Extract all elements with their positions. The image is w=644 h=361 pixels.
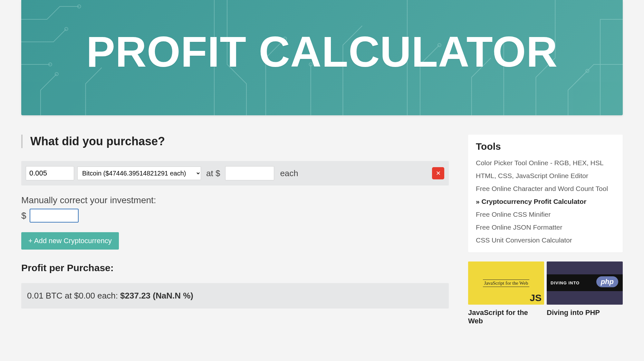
tools-title: Tools [476, 141, 615, 152]
profit-prefix: 0.01 BTC at $0.00 each: [27, 291, 120, 300]
manual-correct-label: Manually correct your investment: [21, 195, 449, 205]
each-label: each [280, 168, 298, 178]
tools-item-active[interactable]: » Cryptocurrency Profit Calculator [476, 195, 615, 208]
card-php-stripe-text: DIVING INTO [551, 280, 580, 285]
price-input[interactable] [225, 166, 274, 180]
card-php-title: Diving into PHP [547, 309, 623, 317]
sidebar: Tools Color Picker Tool Online - RGB, HE… [468, 135, 623, 325]
course-cards: JavaScript for the Web JS JavaScript for… [468, 261, 623, 325]
tools-item[interactable]: Color Picker Tool Online - RGB, HEX, HSL [476, 157, 615, 169]
card-js[interactable]: JavaScript for the Web JS JavaScript for… [468, 261, 544, 325]
card-js-title: JavaScript for the Web [468, 309, 544, 325]
card-php[interactable]: DIVING INTO php Diving into PHP [547, 261, 623, 325]
tools-list: Color Picker Tool Online - RGB, HEX, HSL… [476, 157, 615, 247]
dollar-sign: $ [21, 211, 26, 221]
php-badge-icon: php [596, 276, 618, 287]
profit-value: $237.23 (NaN.N %) [120, 291, 193, 300]
at-label: at $ [206, 168, 220, 178]
js-badge-icon: JS [530, 292, 542, 303]
crypto-select[interactable]: Bitcoin ($47446.39514821291 each) [77, 166, 201, 180]
card-js-thumb-text: JavaScript for the Web [483, 280, 529, 287]
manual-row: $ [21, 209, 449, 223]
purchase-row: Bitcoin ($47446.39514821291 each) at $ e… [21, 161, 449, 185]
manual-investment-input[interactable] [30, 209, 79, 223]
tools-item[interactable]: HTML, CSS, JavaScript Online Editor [476, 169, 615, 182]
card-js-thumb: JavaScript for the Web JS [468, 261, 544, 305]
tools-item[interactable]: Free Online CSS Minifier [476, 208, 615, 221]
add-cryptocurrency-button[interactable]: + Add new Cryptocurrency [21, 232, 119, 250]
quantity-input[interactable] [26, 166, 74, 180]
tools-item[interactable]: CSS Unit Conversion Calculator [476, 234, 615, 247]
banner: PROFIT CALCULATOR [21, 0, 623, 115]
remove-row-button[interactable]: ✕ [432, 167, 444, 179]
tools-box: Tools Color Picker Tool Online - RGB, HE… [468, 135, 623, 252]
main-column: What did you purchase? Bitcoin ($47446.3… [21, 135, 449, 309]
card-php-thumb: DIVING INTO php [547, 261, 623, 305]
profit-heading: Profit per Purchase: [21, 262, 449, 273]
tools-item[interactable]: Free Online Character and Word Count Too… [476, 182, 615, 195]
tools-item[interactable]: Free Online JSON Formatter [476, 221, 615, 234]
close-icon: ✕ [436, 170, 441, 177]
question-heading: What did you purchase? [21, 135, 449, 148]
profit-result-row: 0.01 BTC at $0.00 each: $237.23 (NaN.N %… [21, 283, 449, 309]
banner-title: PROFIT CALCULATOR [86, 27, 558, 76]
